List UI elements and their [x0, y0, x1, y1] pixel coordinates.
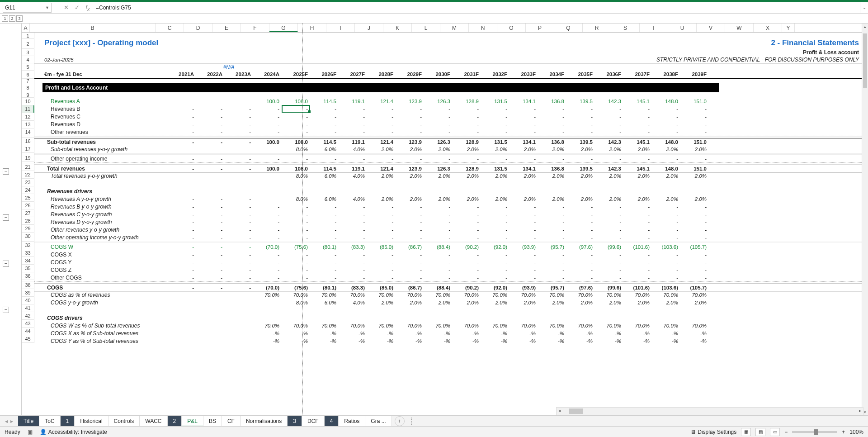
data-cell[interactable]: -: [595, 155, 624, 162]
data-cell[interactable]: -: [681, 128, 709, 136]
data-cell[interactable]: -%: [396, 330, 425, 337]
data-cell[interactable]: -%: [652, 330, 681, 337]
data-cell[interactable]: -: [368, 259, 396, 266]
data-cell[interactable]: -: [652, 274, 681, 281]
data-cell[interactable]: (80.1): [311, 243, 339, 251]
data-cell[interactable]: -: [225, 98, 254, 105]
data-cell[interactable]: (85.0): [368, 284, 396, 291]
data-cell[interactable]: -: [368, 218, 396, 226]
data-cell[interactable]: 8.0%: [282, 299, 311, 307]
data-cell[interactable]: [254, 195, 282, 203]
data-cell[interactable]: [510, 188, 538, 195]
data-cell[interactable]: -: [225, 105, 254, 113]
data-cell[interactable]: -: [538, 226, 567, 234]
data-cell[interactable]: 70.0%: [453, 322, 481, 330]
data-cell[interactable]: 4.0%: [339, 195, 368, 203]
data-cell[interactable]: -: [368, 266, 396, 274]
data-cell[interactable]: 114.5: [311, 98, 339, 105]
data-cell[interactable]: [453, 314, 481, 322]
row-header[interactable]: 6: [22, 71, 34, 79]
data-cell[interactable]: -%: [368, 337, 396, 345]
data-cell[interactable]: -: [197, 274, 225, 281]
data-cell[interactable]: [225, 291, 254, 299]
data-cell[interactable]: -: [538, 113, 567, 121]
data-cell[interactable]: 70.0%: [396, 291, 425, 299]
data-cell[interactable]: 2.0%: [624, 299, 652, 307]
cancel-icon[interactable]: ✕: [61, 4, 71, 11]
data-cell[interactable]: -%: [311, 337, 339, 345]
data-cell[interactable]: -: [197, 251, 225, 259]
data-cell[interactable]: -: [197, 105, 225, 113]
data-cell[interactable]: 70.0%: [425, 291, 453, 299]
data-cell[interactable]: 119.1: [339, 138, 368, 146]
data-cell[interactable]: 70.0%: [368, 291, 396, 299]
data-cell[interactable]: 121.4: [368, 138, 396, 146]
data-cell[interactable]: -%: [453, 330, 481, 337]
data-cell[interactable]: -: [396, 218, 425, 226]
data-cell[interactable]: (83.3): [339, 284, 368, 291]
data-cell[interactable]: -: [681, 211, 709, 218]
data-cell[interactable]: -: [624, 226, 652, 234]
row-header[interactable]: 27: [22, 209, 34, 217]
tab-nav[interactable]: ◂▸: [0, 418, 18, 424]
data-cell[interactable]: 70.0%: [567, 322, 595, 330]
sheet-tab-cf[interactable]: CF: [222, 416, 241, 427]
data-cell[interactable]: 128.9: [453, 165, 481, 172]
data-cell[interactable]: 70.0%: [538, 322, 567, 330]
formula-input[interactable]: =Controls!G75: [93, 5, 860, 11]
data-cell[interactable]: 2.0%: [453, 299, 481, 307]
data-cell[interactable]: -: [510, 266, 538, 274]
data-cell[interactable]: -: [595, 274, 624, 281]
data-cell[interactable]: -: [425, 128, 453, 136]
data-cell[interactable]: -%: [339, 330, 368, 337]
data-cell[interactable]: -: [311, 234, 339, 242]
data-cell[interactable]: 8.0%: [282, 146, 311, 153]
data-cell[interactable]: 70.0%: [311, 322, 339, 330]
data-cell[interactable]: -: [453, 211, 481, 218]
data-cell[interactable]: (70.0): [254, 284, 282, 291]
data-cell[interactable]: -: [624, 113, 652, 121]
data-cell[interactable]: -: [510, 274, 538, 281]
data-cell[interactable]: 2.0%: [681, 195, 709, 203]
row-header[interactable]: 7: [22, 79, 34, 83]
data-cell[interactable]: 2.0%: [481, 172, 510, 180]
data-cell[interactable]: -: [681, 234, 709, 242]
data-cell[interactable]: -: [481, 218, 510, 226]
data-cell[interactable]: 70.0%: [282, 322, 311, 330]
data-cell[interactable]: -: [225, 165, 254, 172]
data-cell[interactable]: [396, 188, 425, 195]
data-cell[interactable]: -: [339, 203, 368, 211]
data-cell[interactable]: 2.0%: [652, 299, 681, 307]
data-cell[interactable]: [225, 188, 254, 195]
data-cell[interactable]: 70.0%: [254, 322, 282, 330]
outline-collapse-icon[interactable]: −: [3, 261, 9, 267]
data-cell[interactable]: -: [225, 284, 254, 291]
data-cell[interactable]: -: [197, 211, 225, 218]
data-cell[interactable]: 142.3: [595, 165, 624, 172]
data-cell[interactable]: -: [652, 121, 681, 128]
data-cell[interactable]: -: [652, 226, 681, 234]
data-cell[interactable]: 2.0%: [510, 195, 538, 203]
data-cell[interactable]: 123.9: [396, 165, 425, 172]
data-cell[interactable]: -: [368, 274, 396, 281]
data-cell[interactable]: -: [652, 259, 681, 266]
data-cell[interactable]: -: [368, 155, 396, 162]
data-cell[interactable]: -: [681, 266, 709, 274]
data-cell[interactable]: -: [510, 128, 538, 136]
data-cell[interactable]: -%: [538, 330, 567, 337]
data-cell[interactable]: [311, 314, 339, 322]
outline-collapse-icon[interactable]: −: [3, 168, 9, 175]
row-header[interactable]: 45: [22, 335, 34, 343]
fx-icon[interactable]: fx: [82, 4, 93, 12]
data-cell[interactable]: -: [311, 203, 339, 211]
data-cell[interactable]: -: [168, 195, 197, 203]
row-header[interactable]: 11: [22, 105, 34, 113]
sheet-tab-2[interactable]: 2: [168, 416, 182, 427]
data-cell[interactable]: -: [339, 155, 368, 162]
data-cell[interactable]: -: [567, 128, 595, 136]
sheet-tab-gra-[interactable]: Gra ...: [365, 416, 392, 427]
data-cell[interactable]: -: [396, 113, 425, 121]
data-cell[interactable]: -: [624, 234, 652, 242]
data-cell[interactable]: -: [339, 211, 368, 218]
data-cell[interactable]: -: [197, 203, 225, 211]
